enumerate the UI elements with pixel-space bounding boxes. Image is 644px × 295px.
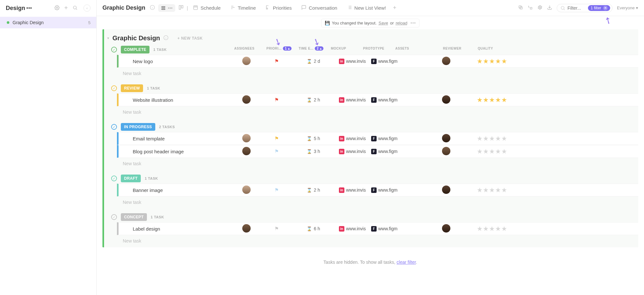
group-collapse-icon[interactable]: ✓ bbox=[111, 124, 117, 130]
star-icon[interactable]: ★ bbox=[489, 96, 495, 104]
star-icon[interactable]: ★ bbox=[501, 186, 507, 194]
clear-filter-link[interactable]: clear filter bbox=[397, 260, 416, 265]
filter-input[interactable] bbox=[567, 5, 586, 11]
group-collapse-icon[interactable]: ✓ bbox=[111, 85, 117, 91]
new-task-input[interactable]: New task bbox=[104, 235, 638, 247]
tab-schedule[interactable]: Schedule bbox=[191, 4, 223, 12]
assignee-cell[interactable] bbox=[242, 57, 274, 66]
view-options-icon[interactable]: ••• bbox=[168, 5, 173, 11]
col-priority[interactable]: PRIORI... 1 ▴ bbox=[266, 46, 299, 51]
quality-cell[interactable]: ★★★★★ bbox=[477, 225, 535, 233]
list-view-toggle[interactable]: ••• bbox=[158, 4, 175, 12]
prototype-cell[interactable]: Fwww.figm bbox=[371, 149, 403, 154]
task-row[interactable]: New logo ⚑ ⌛2 d inwww.invis Fwww.figm ★★… bbox=[117, 55, 638, 68]
assignee-cell[interactable] bbox=[242, 134, 274, 143]
time-cell[interactable]: ⌛6 h bbox=[307, 226, 339, 231]
prototype-cell[interactable]: Fwww.figm bbox=[371, 59, 403, 64]
priority-flag-icon[interactable]: ⚑ bbox=[274, 187, 307, 193]
star-icon[interactable]: ★ bbox=[495, 186, 501, 194]
star-icon[interactable]: ★ bbox=[483, 186, 489, 194]
reviewer-cell[interactable] bbox=[442, 147, 477, 156]
assignee-cell[interactable] bbox=[242, 186, 274, 195]
star-icon[interactable]: ★ bbox=[477, 148, 483, 155]
star-icon[interactable]: ★ bbox=[477, 135, 483, 142]
status-pill[interactable]: DRAFT bbox=[121, 175, 141, 182]
priority-flag-icon[interactable]: ⚑ bbox=[274, 226, 307, 232]
reviewer-cell[interactable] bbox=[442, 57, 477, 66]
quality-cell[interactable]: ★★★★★ bbox=[477, 186, 535, 194]
reviewer-cell[interactable] bbox=[442, 95, 477, 105]
quality-cell[interactable]: ★★★★★ bbox=[477, 57, 535, 65]
col-assets[interactable]: ASSETS bbox=[395, 47, 434, 50]
star-icon[interactable]: ★ bbox=[489, 225, 495, 233]
status-pill[interactable]: CONCEPT bbox=[121, 213, 147, 221]
star-icon[interactable]: ★ bbox=[489, 57, 495, 65]
task-row[interactable]: Blog post header image ⚑ ⌛3 h inwww.invi… bbox=[117, 145, 638, 158]
mockup-cell[interactable]: inwww.invis bbox=[339, 59, 371, 64]
star-icon[interactable]: ★ bbox=[477, 186, 483, 194]
star-icon[interactable]: ★ bbox=[489, 186, 495, 194]
time-cell[interactable]: ⌛3 h bbox=[307, 149, 339, 154]
star-icon[interactable]: ★ bbox=[501, 96, 507, 104]
star-icon[interactable]: ★ bbox=[495, 135, 501, 142]
star-icon[interactable]: ★ bbox=[483, 148, 489, 155]
time-cell[interactable]: ⌛5 h bbox=[307, 136, 339, 141]
copy-icon[interactable] bbox=[518, 5, 523, 11]
time-cell[interactable]: ⌛2 h bbox=[307, 97, 339, 102]
assignee-filter[interactable]: Everyone ▾ bbox=[617, 5, 638, 10]
clear-filter-icon[interactable]: ✕ bbox=[603, 6, 608, 10]
star-icon[interactable]: ★ bbox=[477, 225, 483, 233]
priority-flag-icon[interactable]: ⚑ bbox=[274, 58, 307, 64]
tab-conversation[interactable]: Conversation bbox=[299, 4, 339, 12]
task-row[interactable]: Label design ⚑ ⌛6 h inwww.invis Fwww.fig… bbox=[117, 222, 638, 235]
star-icon[interactable]: ★ bbox=[495, 96, 501, 104]
time-cell[interactable]: ⌛2 h bbox=[307, 187, 339, 193]
col-quality[interactable]: QUALITY bbox=[469, 47, 527, 50]
task-row[interactable]: Email template ⚑ ⌛5 h inwww.invis Fwww.f… bbox=[117, 132, 638, 145]
col-prototype[interactable]: PROTOTYPE bbox=[363, 47, 395, 50]
assignee-cell[interactable] bbox=[242, 224, 274, 233]
group-collapse-icon[interactable]: ✓ bbox=[111, 176, 117, 181]
star-icon[interactable]: ★ bbox=[501, 225, 507, 233]
star-icon[interactable]: ★ bbox=[489, 135, 495, 142]
quality-cell[interactable]: ★★★★★ bbox=[477, 135, 535, 142]
collapse-sidebar-icon[interactable]: ‹ bbox=[83, 5, 91, 12]
star-icon[interactable]: ★ bbox=[483, 225, 489, 233]
tab-timeline[interactable]: Timeline bbox=[228, 4, 258, 12]
reviewer-cell[interactable] bbox=[442, 186, 477, 195]
quality-cell[interactable]: ★★★★★ bbox=[477, 96, 535, 104]
tab-priorities[interactable]: Priorities bbox=[264, 4, 293, 12]
subtask-icon[interactable] bbox=[528, 5, 533, 11]
star-icon[interactable]: ★ bbox=[501, 135, 507, 142]
star-icon[interactable]: ★ bbox=[495, 225, 501, 233]
star-icon[interactable]: ★ bbox=[483, 135, 489, 142]
task-row[interactable]: Website illustration ⚑ ⌛2 h inwww.invis … bbox=[117, 93, 638, 106]
mockup-cell[interactable]: inwww.invis bbox=[339, 226, 371, 232]
reviewer-cell[interactable] bbox=[442, 134, 477, 143]
add-view-button[interactable]: + bbox=[391, 5, 398, 12]
prototype-cell[interactable]: Fwww.figm bbox=[371, 226, 403, 232]
new-task-button[interactable]: + NEW TASK bbox=[178, 36, 203, 41]
section-info-icon[interactable] bbox=[163, 35, 168, 41]
assignee-cell[interactable] bbox=[242, 147, 274, 156]
star-icon[interactable]: ★ bbox=[483, 57, 489, 65]
assignee-cell[interactable] bbox=[242, 95, 274, 105]
notice-more-icon[interactable]: ••• bbox=[410, 21, 416, 25]
info-icon[interactable] bbox=[150, 5, 155, 11]
reload-link[interactable]: reload bbox=[396, 21, 407, 25]
reviewer-cell[interactable] bbox=[442, 224, 477, 233]
star-icon[interactable]: ★ bbox=[501, 148, 507, 155]
task-row[interactable]: Banner image ⚑ ⌛2 h inwww.invis Fwww.fig… bbox=[117, 184, 638, 196]
download-icon[interactable] bbox=[547, 5, 552, 11]
star-icon[interactable]: ★ bbox=[501, 57, 507, 65]
new-task-input[interactable]: New task bbox=[104, 106, 638, 119]
filter-input-wrap[interactable]: 1 filter ✕ bbox=[557, 4, 612, 12]
priority-flag-icon[interactable]: ⚑ bbox=[274, 136, 307, 141]
mockup-cell[interactable]: inwww.invis bbox=[339, 97, 371, 103]
board-view-icon[interactable] bbox=[178, 5, 184, 11]
prototype-cell[interactable]: Fwww.figm bbox=[371, 136, 403, 141]
section-collapse-icon[interactable]: ▾ bbox=[107, 36, 109, 40]
star-icon[interactable]: ★ bbox=[495, 148, 501, 155]
settings-icon[interactable] bbox=[54, 5, 60, 11]
group-collapse-icon[interactable]: ✓ bbox=[111, 214, 117, 220]
